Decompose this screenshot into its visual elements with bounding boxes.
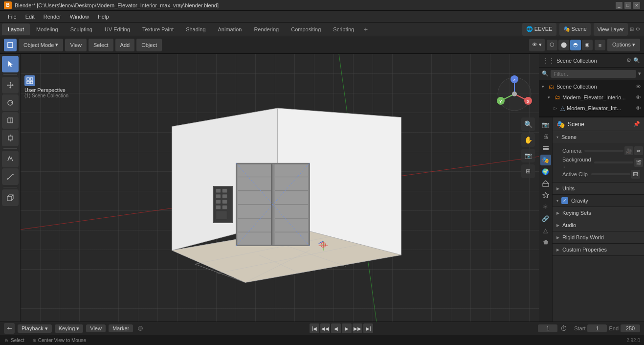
prop-tab-material[interactable]: ⬟ (540, 237, 551, 248)
timeline-view-btn[interactable]: View (86, 324, 106, 332)
play-btn[interactable]: ▶ (342, 323, 352, 333)
window-controls[interactable]: _ □ ✕ (616, 2, 640, 9)
tab-shading[interactable]: Shading (180, 23, 211, 35)
tool-select[interactable] (2, 56, 19, 72)
tab-add-btn[interactable]: + (360, 24, 371, 35)
scene-collection-eye[interactable]: 👁 (636, 84, 641, 90)
playback-btn[interactable]: Playback ▾ (18, 324, 52, 333)
add-menu[interactable]: Add (115, 39, 135, 51)
start-frame[interactable]: 1 (587, 324, 607, 332)
camera-icon-btn[interactable]: 📷 (521, 149, 535, 162)
tab-compositing[interactable]: Compositing (285, 23, 327, 35)
prop-tab-physics[interactable]: ⚛ (540, 202, 551, 212)
keying-btn[interactable]: Keying ▾ (55, 324, 84, 333)
tool-annotate[interactable] (2, 151, 19, 167)
keying-sets-toggle[interactable]: ▶ Keying Sets (553, 207, 644, 219)
tool-measure[interactable] (2, 168, 19, 185)
camera-edit-icon[interactable]: ✏ (634, 146, 643, 155)
prop-tab-world[interactable]: 🌍 (540, 166, 551, 177)
jump-start-btn[interactable]: |◀ (310, 323, 319, 333)
scene-selector[interactable]: 🎭 Scene (559, 23, 591, 36)
view-menu[interactable]: View (65, 39, 87, 51)
shading-wire-btn[interactable]: ⬡ (547, 40, 557, 50)
marker-btn[interactable]: Marker (109, 324, 133, 332)
rigid-body-toggle[interactable]: ▶ Rigid Body World (553, 231, 644, 243)
mode-icon[interactable] (4, 39, 17, 51)
jump-end-btn[interactable]: ▶| (363, 323, 373, 333)
outliner-item-elevator-mesh[interactable]: ▷ △ Modern_Elevator_Int... 👁 (539, 103, 644, 114)
scene-section-toggle[interactable]: ▾ Scene (553, 131, 644, 143)
outliner-item-elevator[interactable]: ▾ 🗂 Modern_Elevator_Interio... 👁 (539, 92, 644, 103)
tool-move[interactable] (2, 77, 19, 93)
viewport-shading-dropdown[interactable]: 👁 ▾ (529, 39, 545, 51)
tab-animation[interactable]: Animation (212, 23, 248, 35)
elevator-eye[interactable]: 👁 (636, 94, 641, 100)
step-forward-btn[interactable]: ▶▶ (353, 323, 362, 333)
timeline-type-icon[interactable] (4, 323, 15, 334)
tab-scripting[interactable]: Scripting (327, 23, 360, 35)
prop-tab-modifier[interactable] (540, 190, 551, 201)
end-frame[interactable]: 250 (621, 324, 640, 332)
select-menu[interactable]: Select (89, 39, 113, 51)
view-layer-settings[interactable]: ⚙ (636, 26, 640, 32)
engine-selector[interactable]: 🌐 EEVEE (522, 23, 556, 36)
shading-solid-btn[interactable]: ⬤ (558, 40, 569, 50)
object-mode-dropdown[interactable]: Object Mode ▾ (19, 39, 63, 51)
viewport-area[interactable]: User Perspective (1) Scene Collection Z … (21, 54, 539, 322)
view-layer-add[interactable]: ⊞ (630, 26, 634, 32)
tab-modeling[interactable]: Modeling (30, 23, 64, 35)
nav-gizmo[interactable]: Z X Y (496, 75, 535, 115)
current-frame[interactable]: 1 (538, 324, 557, 332)
tool-transform[interactable] (2, 130, 19, 146)
mesh-eye[interactable]: 👁 (636, 105, 641, 111)
options-btn[interactable]: Options ▾ (607, 39, 640, 51)
menu-help[interactable]: Help (94, 13, 113, 21)
keyframe-dot[interactable] (138, 326, 143, 331)
nav-gizmo-svg[interactable]: Z X Y (496, 75, 533, 113)
menu-render[interactable]: Render (40, 13, 65, 21)
outliner-search-icon[interactable]: 🔍 (633, 57, 640, 64)
tab-texture-paint[interactable]: Texture Paint (136, 23, 179, 35)
camera-eyedropper-icon[interactable]: 🎥 (624, 146, 633, 155)
pan-icon-btn[interactable]: ✋ (521, 133, 535, 147)
background-field-value[interactable] (594, 161, 633, 163)
maximize-btn[interactable]: □ (624, 2, 631, 9)
search-options-icon[interactable]: ▾ (638, 70, 641, 77)
tool-add-cube[interactable] (2, 189, 19, 206)
outliner-search-input[interactable] (551, 70, 636, 78)
prop-tab-object-data[interactable]: △ (540, 225, 551, 236)
tab-uv-editing[interactable]: UV Editing (99, 23, 136, 35)
view-layer-selector[interactable]: View Layer (594, 23, 628, 36)
tab-rendering[interactable]: Rendering (248, 23, 285, 35)
ortho-icon-btn[interactable]: ⊞ (521, 164, 535, 178)
prop-tab-scene[interactable]: 🎭 (540, 155, 551, 165)
custom-props-toggle[interactable]: ▶ Custom Properties (553, 244, 644, 255)
menu-file[interactable]: File (4, 13, 21, 21)
tool-rotate[interactable] (2, 94, 19, 111)
camera-field-value[interactable] (584, 150, 623, 152)
active-clip-field-value[interactable] (591, 173, 630, 175)
outliner-item-scene-collection[interactable]: ▾ 🗂 Scene Collection 👁 (539, 81, 644, 92)
tab-layout[interactable]: Layout (2, 23, 30, 35)
play-back-btn[interactable]: ◀ (331, 323, 341, 333)
minimize-btn[interactable]: _ (616, 2, 622, 9)
prop-tab-render[interactable]: 📷 (540, 119, 551, 130)
close-btn[interactable]: ✕ (633, 2, 640, 9)
shading-render-btn[interactable]: ◉ (582, 40, 593, 50)
step-back-btn[interactable]: ◀◀ (320, 323, 330, 333)
object-menu[interactable]: Object (136, 39, 162, 51)
props-pin-icon[interactable]: 📌 (633, 121, 640, 127)
active-clip-icon[interactable]: 🎞 (631, 170, 640, 179)
background-icon[interactable]: 🎬 (634, 158, 643, 167)
menu-window[interactable]: Window (66, 13, 93, 21)
fps-icon[interactable]: ⏱ (560, 324, 567, 332)
zoom-icon-btn[interactable]: 🔍 (521, 117, 535, 131)
gravity-checkbox[interactable]: ✓ (561, 197, 568, 204)
prop-tab-constraints[interactable]: 🔗 (540, 213, 551, 224)
units-section-toggle[interactable]: ▶ Units (553, 183, 644, 194)
viewport-options-btn[interactable]: ≡ (595, 40, 605, 50)
prop-tab-view-layer[interactable] (540, 143, 551, 154)
outliner-filter-icon[interactable]: ⚙ (626, 57, 631, 64)
tab-sculpting[interactable]: Sculpting (65, 23, 98, 35)
audio-toggle[interactable]: ▶ Audio (553, 219, 644, 231)
